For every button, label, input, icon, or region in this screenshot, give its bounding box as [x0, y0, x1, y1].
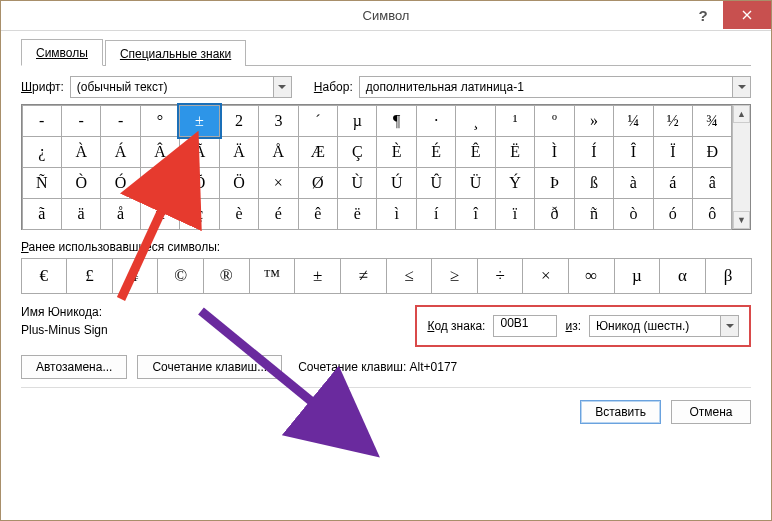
- recent-symbol-cell[interactable]: ≤: [386, 258, 433, 294]
- chevron-down-icon[interactable]: [732, 77, 750, 97]
- symbol-cell[interactable]: Æ: [298, 136, 338, 168]
- symbol-cell[interactable]: ó: [653, 198, 693, 230]
- symbol-cell[interactable]: í: [416, 198, 456, 230]
- subset-combo[interactable]: дополнительная латиница-1: [359, 76, 751, 98]
- recent-symbol-cell[interactable]: ×: [522, 258, 569, 294]
- symbol-cell[interactable]: Ê: [455, 136, 495, 168]
- font-combo[interactable]: (обычный текст): [70, 76, 292, 98]
- symbol-cell[interactable]: ð: [534, 198, 574, 230]
- chevron-down-icon[interactable]: [273, 77, 291, 97]
- symbol-cell[interactable]: ×: [258, 167, 298, 199]
- symbol-cell[interactable]: Õ: [179, 167, 219, 199]
- symbol-cell[interactable]: 3: [258, 105, 298, 137]
- recent-symbol-cell[interactable]: β: [705, 258, 752, 294]
- recent-symbol-cell[interactable]: ≥: [431, 258, 478, 294]
- recent-symbol-cell[interactable]: €: [21, 258, 68, 294]
- symbol-cell[interactable]: -: [22, 105, 62, 137]
- recent-symbol-cell[interactable]: ©: [157, 258, 204, 294]
- symbol-cell[interactable]: ñ: [574, 198, 614, 230]
- symbol-cell[interactable]: Á: [100, 136, 140, 168]
- symbol-cell[interactable]: Ò: [61, 167, 101, 199]
- symbol-cell[interactable]: Ç: [337, 136, 377, 168]
- symbol-cell[interactable]: ï: [495, 198, 535, 230]
- recent-symbol-cell[interactable]: ±: [294, 258, 341, 294]
- symbol-cell[interactable]: ã: [22, 198, 62, 230]
- symbol-cell[interactable]: Ø: [298, 167, 338, 199]
- symbol-cell[interactable]: Ó: [100, 167, 140, 199]
- symbol-cell[interactable]: î: [455, 198, 495, 230]
- symbol-cell[interactable]: Ü: [455, 167, 495, 199]
- symbol-cell[interactable]: Î: [613, 136, 653, 168]
- symbol-cell[interactable]: Ä: [219, 136, 259, 168]
- symbol-cell[interactable]: ¾: [692, 105, 732, 137]
- symbol-cell[interactable]: Ý: [495, 167, 535, 199]
- symbol-cell[interactable]: Ã: [179, 136, 219, 168]
- symbol-cell[interactable]: ¶: [376, 105, 416, 137]
- from-combo[interactable]: Юникод (шестн.): [589, 315, 739, 337]
- chevron-down-icon[interactable]: [720, 316, 738, 336]
- symbol-cell[interactable]: Å: [258, 136, 298, 168]
- symbol-cell[interactable]: ¿: [22, 136, 62, 168]
- symbol-cell[interactable]: è: [219, 198, 259, 230]
- recent-symbol-cell[interactable]: ®: [203, 258, 250, 294]
- symbol-cell[interactable]: -: [100, 105, 140, 137]
- symbol-cell[interactable]: °: [140, 105, 180, 137]
- tab-symbols[interactable]: Символы: [21, 39, 103, 66]
- symbol-cell[interactable]: Í: [574, 136, 614, 168]
- scroll-down-button[interactable]: ▼: [733, 211, 750, 229]
- symbol-cell[interactable]: Ï: [653, 136, 693, 168]
- symbol-cell[interactable]: Þ: [534, 167, 574, 199]
- symbol-cell[interactable]: á: [653, 167, 693, 199]
- symbol-cell[interactable]: ë: [337, 198, 377, 230]
- symbol-cell[interactable]: Ì: [534, 136, 574, 168]
- vertical-scrollbar[interactable]: ▲ ▼: [732, 105, 750, 229]
- symbol-cell[interactable]: º: [534, 105, 574, 137]
- symbol-cell[interactable]: à: [613, 167, 653, 199]
- symbol-cell[interactable]: µ: [337, 105, 377, 137]
- symbol-cell[interactable]: ä: [61, 198, 101, 230]
- cancel-button[interactable]: Отмена: [671, 400, 751, 424]
- symbol-cell[interactable]: ½: [653, 105, 693, 137]
- insert-button[interactable]: Вставить: [580, 400, 661, 424]
- symbol-cell[interactable]: æ: [140, 198, 180, 230]
- shortcut-key-button[interactable]: Сочетание клавиш...: [137, 355, 282, 379]
- close-button[interactable]: [723, 1, 771, 29]
- recent-symbol-cell[interactable]: µ: [614, 258, 661, 294]
- symbol-cell[interactable]: ¸: [455, 105, 495, 137]
- recent-symbol-cell[interactable]: ÷: [477, 258, 524, 294]
- symbol-cell[interactable]: Ö: [219, 167, 259, 199]
- symbol-cell[interactable]: À: [61, 136, 101, 168]
- scroll-up-button[interactable]: ▲: [733, 105, 750, 123]
- symbol-cell[interactable]: â: [692, 167, 732, 199]
- symbol-cell[interactable]: Û: [416, 167, 456, 199]
- symbol-cell[interactable]: å: [100, 198, 140, 230]
- symbol-cell[interactable]: ß: [574, 167, 614, 199]
- symbol-cell[interactable]: ê: [298, 198, 338, 230]
- symbol-cell[interactable]: ´: [298, 105, 338, 137]
- recent-symbol-cell[interactable]: ™: [249, 258, 296, 294]
- symbol-cell[interactable]: ±: [179, 105, 219, 137]
- symbol-cell[interactable]: Ú: [376, 167, 416, 199]
- recent-symbol-cell[interactable]: ≠: [340, 258, 387, 294]
- symbol-cell[interactable]: Ù: [337, 167, 377, 199]
- symbol-cell[interactable]: É: [416, 136, 456, 168]
- recent-symbol-cell[interactable]: ∞: [568, 258, 615, 294]
- symbol-cell[interactable]: Ð: [692, 136, 732, 168]
- symbol-cell[interactable]: Â: [140, 136, 180, 168]
- symbol-cell[interactable]: ¹: [495, 105, 535, 137]
- symbol-cell[interactable]: ¼: [613, 105, 653, 137]
- symbol-cell[interactable]: Ô: [140, 167, 180, 199]
- code-input[interactable]: 00B1: [493, 315, 557, 337]
- symbol-cell[interactable]: »: [574, 105, 614, 137]
- tab-special[interactable]: Специальные знаки: [105, 40, 246, 66]
- symbol-cell[interactable]: é: [258, 198, 298, 230]
- symbol-cell[interactable]: ò: [613, 198, 653, 230]
- symbol-cell[interactable]: ·: [416, 105, 456, 137]
- symbol-cell[interactable]: ô: [692, 198, 732, 230]
- symbol-cell[interactable]: Ñ: [22, 167, 62, 199]
- symbol-cell[interactable]: ì: [376, 198, 416, 230]
- symbol-cell[interactable]: -: [61, 105, 101, 137]
- symbol-cell[interactable]: Ë: [495, 136, 535, 168]
- help-button[interactable]: ?: [683, 1, 723, 29]
- symbol-cell[interactable]: È: [376, 136, 416, 168]
